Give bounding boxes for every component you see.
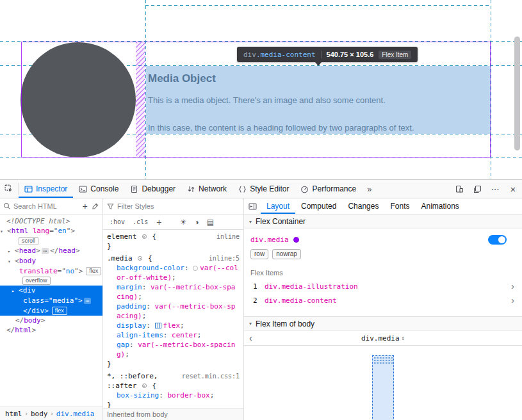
rule-selector[interactable]: .media { <box>107 254 204 263</box>
selector-highlighter-icon[interactable] <box>142 384 147 388</box>
dark-scheme-icon[interactable]: ◑ <box>194 218 199 227</box>
rule-source-link[interactable]: inline:5 <box>209 254 240 263</box>
flex-overlay-toggle[interactable] <box>488 235 507 245</box>
devtools-tab-console[interactable]: Console <box>73 180 124 198</box>
filter-styles-input[interactable] <box>117 202 240 210</box>
devtools-tab-network[interactable]: Network <box>181 180 232 198</box>
sidebar-tab-layout[interactable]: Layout <box>261 198 295 214</box>
markup-line[interactable]: ▸<head>⋯</head> <box>0 246 102 256</box>
separate-window-button[interactable] <box>468 185 486 193</box>
sidebar-tab-changes[interactable]: Changes <box>342 198 384 214</box>
search-html-input[interactable] <box>13 202 79 210</box>
flex-gap-hatch <box>136 42 145 157</box>
class-toggle[interactable]: .cls <box>130 217 151 227</box>
flex-item-selector-dropdown[interactable]: div.media ⇕ <box>361 334 405 343</box>
sidebar-toggle-button[interactable] <box>244 198 261 214</box>
twisty-icon[interactable]: ▸ <box>12 286 19 296</box>
twisty-icon[interactable]: ▾ <box>0 227 7 236</box>
css-declaration[interactable]: box-sizing: border-box; <box>107 391 240 400</box>
markup-line[interactable]: ▸<div <box>0 286 102 296</box>
add-node-button[interactable]: + <box>81 201 89 211</box>
flex-container-section-header[interactable]: ▾ Flex Container <box>244 214 522 229</box>
more-tabs-button[interactable]: » <box>362 180 377 198</box>
css-declaration[interactable]: align-items: center; <box>107 330 240 340</box>
css-declaration[interactable]: gap: var(--metric-box-spacing); <box>107 340 240 359</box>
chevron-down-icon[interactable]: ▾ <box>249 321 252 327</box>
markup-line[interactable]: class="media">⋯ <box>0 296 102 306</box>
property-value: border-box <box>167 391 209 400</box>
flex-item-row[interactable]: 1div.media-illustration› <box>244 279 522 293</box>
breadcrumb-item-body[interactable]: body <box>28 409 51 419</box>
devtools-tab-inspector[interactable]: Inspector <box>19 180 73 198</box>
property-value: var(--metric-box-spacing) <box>117 341 235 359</box>
markup-line[interactable]: </div>flex <box>0 306 102 316</box>
markup-line[interactable]: ▾<body <box>0 256 102 266</box>
selector-highlighter-icon[interactable] <box>138 256 142 261</box>
markup-token: en <box>58 227 67 235</box>
markup-line[interactable]: overflow <box>0 276 102 286</box>
twisty-icon[interactable]: ▾ <box>8 257 15 266</box>
sidebar-tab-computed[interactable]: Computed <box>295 198 342 214</box>
chevron-right-icon[interactable]: › <box>511 296 514 305</box>
inherited-from-header: Inherited from body <box>103 408 243 420</box>
css-declaration[interactable]: display: flex; <box>107 321 240 330</box>
flex-item-section-header[interactable]: ▾ Flex Item of body <box>244 316 522 331</box>
color-swatch[interactable] <box>193 266 198 271</box>
flex-badge[interactable]: flex <box>86 267 101 275</box>
markup-line[interactable]: scroll <box>0 236 102 246</box>
flex-item-index: 1 <box>253 282 265 291</box>
print-simulation-icon[interactable]: ▤ <box>207 218 214 227</box>
rule-source-link[interactable]: reset.min.css:1 <box>182 371 240 381</box>
close-devtools-button[interactable]: × <box>504 184 522 195</box>
pseudo-class-toggle[interactable]: :hov <box>107 217 127 227</box>
markup-line[interactable]: translate="no">flex <box>0 266 102 276</box>
property-name: padding <box>117 302 146 311</box>
markup-line[interactable]: <!DOCTYPE html> <box>0 216 102 226</box>
flex-badge[interactable]: flex <box>52 307 67 315</box>
back-chevron-icon[interactable]: ‹ <box>249 334 262 343</box>
twisty-icon[interactable]: ▸ <box>8 246 15 256</box>
markup-token: class <box>23 296 44 305</box>
css-declaration[interactable]: background-color: var(--color-off-white)… <box>107 263 240 282</box>
devtools-menu-button[interactable]: ⋯ <box>486 184 504 194</box>
tab-label: Console <box>90 184 118 193</box>
page-scrollbar[interactable] <box>514 36 520 150</box>
section-spacer <box>244 307 522 316</box>
markup-line[interactable]: </html> <box>0 325 102 335</box>
light-scheme-icon[interactable]: ☀ <box>180 218 187 227</box>
scroll-badge[interactable]: scroll <box>19 237 38 245</box>
devtools-tab-performance[interactable]: Performance <box>295 180 362 198</box>
sidebar-tab-animations[interactable]: Animations <box>415 198 464 214</box>
breadcrumb-item-html[interactable]: html <box>3 409 25 419</box>
chevron-right-icon[interactable]: › <box>511 282 514 291</box>
pick-element-button[interactable] <box>0 180 18 198</box>
property-name: background-color <box>117 264 184 272</box>
overlay-color-swatch[interactable] <box>293 237 299 243</box>
selector-highlighter-icon[interactable] <box>142 234 147 239</box>
markup-line[interactable]: </body> <box>0 316 102 325</box>
firefox-devtools-window: Media Object This is a media object. The… <box>0 0 522 420</box>
markup-token <box>28 227 33 235</box>
property-name: margin <box>117 283 142 291</box>
flexbox-toggle-icon[interactable] <box>155 323 161 328</box>
eyedropper-icon[interactable] <box>92 202 99 210</box>
devtools-tab-debugger[interactable]: Debugger <box>124 180 181 198</box>
add-rule-button[interactable]: + <box>153 217 165 227</box>
rule-source-link[interactable]: inline <box>216 232 240 241</box>
devtools-tab-style-editor[interactable]: Style Editor <box>232 180 295 198</box>
layout-panel: LayoutComputedChangesFontsAnimations ▾ F… <box>244 198 522 420</box>
css-declaration[interactable]: padding: var(--metric-box-spacing); <box>107 302 240 321</box>
responsive-design-button[interactable] <box>450 185 468 193</box>
flex-direction-badge: row <box>250 249 268 259</box>
markup-token: > <box>79 267 83 275</box>
flex-wrap-badge: nowrap <box>272 249 301 259</box>
css-declaration[interactable]: margin: var(--metric-box-spacing); <box>107 282 240 302</box>
flex-item-row[interactable]: 2div.media-content› <box>244 293 522 307</box>
markup-line[interactable]: ▾<html lang="en"> <box>0 226 102 236</box>
chevron-down-icon[interactable]: ▾ <box>249 219 252 225</box>
rule-selector[interactable]: *, ::before, ::after { <box>107 371 177 391</box>
overflow-badge[interactable]: overflow <box>22 277 51 285</box>
breadcrumb-item-div.media[interactable]: div.media <box>54 409 97 419</box>
sidebar-tab-fonts[interactable]: Fonts <box>384 198 415 214</box>
rule-selector[interactable]: element { <box>107 232 211 241</box>
